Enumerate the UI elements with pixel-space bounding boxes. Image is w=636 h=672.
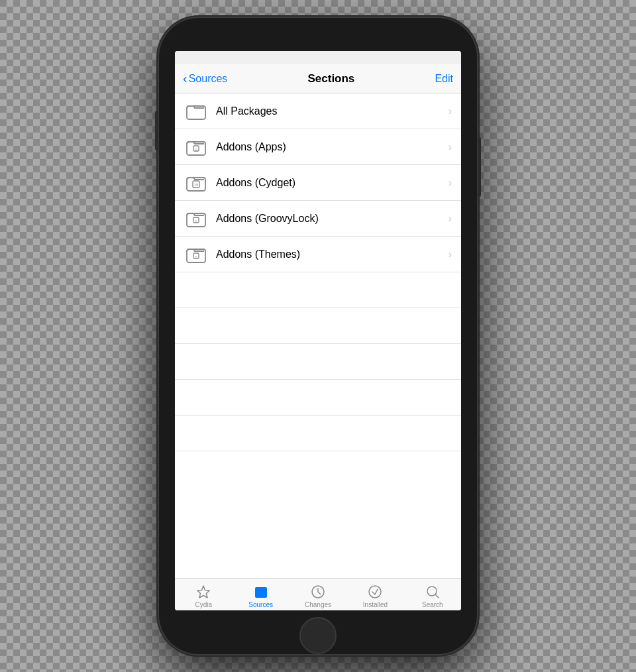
list-item[interactable]: 1 Addons (GroovyLock) ›	[175, 201, 461, 237]
empty-row	[175, 380, 461, 416]
installed-icon	[367, 584, 383, 600]
back-label: Sources	[189, 73, 228, 85]
addons-apps-icon: 1	[186, 137, 207, 158]
all-packages-icon	[186, 101, 207, 122]
item-label: Addons (Cydget)	[216, 177, 449, 189]
addons-themes-icon: 1	[186, 244, 207, 265]
back-chevron-icon: ‹	[183, 72, 187, 85]
chevron-right-icon: ›	[449, 141, 452, 153]
folder-icon: 1	[184, 207, 208, 231]
edit-button[interactable]: Edit	[435, 73, 453, 85]
status-bar	[175, 51, 461, 64]
screen: ‹ Sources Sections Edit All Packages ›	[175, 51, 461, 610]
chevron-right-icon: ›	[449, 105, 452, 117]
item-label: Addons (GroovyLock)	[216, 213, 449, 225]
tab-cydia[interactable]: Cydia	[175, 579, 232, 610]
list-item[interactable]: 1 Addons (Apps) ›	[175, 129, 461, 165]
empty-row	[175, 272, 461, 308]
svg-text:15: 15	[194, 183, 199, 187]
item-label: Addons (Themes)	[216, 249, 449, 260]
nav-bar: ‹ Sources Sections Edit	[175, 64, 461, 93]
item-label: All Packages	[216, 105, 449, 117]
folder-icon: 15	[184, 171, 208, 195]
item-label: Addons (Apps)	[216, 141, 449, 153]
sources-icon	[253, 584, 269, 600]
folder-icon	[184, 99, 208, 123]
folder-icon: 1	[184, 243, 208, 266]
svg-marker-13	[197, 586, 209, 598]
tab-sources-label: Sources	[248, 601, 273, 608]
list-container: All Packages › 1 Addons (Apps) ›	[175, 93, 461, 578]
tab-search-label: Search	[422, 601, 443, 608]
tab-cydia-label: Cydia	[195, 601, 212, 608]
phone-frame: ‹ Sources Sections Edit All Packages ›	[159, 18, 477, 654]
list-item[interactable]: 15 Addons (Cydget) ›	[175, 165, 461, 201]
back-button[interactable]: ‹ Sources	[183, 73, 227, 85]
svg-point-17	[369, 586, 381, 598]
cydia-star-icon	[195, 584, 211, 600]
chevron-right-icon: ›	[449, 213, 452, 225]
empty-row	[175, 308, 461, 344]
tab-changes-label: Changes	[305, 601, 331, 608]
chevron-right-icon: ›	[449, 177, 452, 189]
tab-search[interactable]: Search	[404, 579, 461, 610]
empty-row	[175, 416, 461, 451]
tab-bar: Cydia Sources Changes	[175, 578, 461, 610]
home-button[interactable]	[299, 617, 337, 654]
svg-rect-14	[255, 587, 267, 598]
svg-point-18	[427, 587, 437, 596]
addons-groovylock-icon: 1	[186, 208, 207, 229]
tab-sources[interactable]: Sources	[232, 579, 289, 610]
folder-icon: 1	[184, 135, 208, 159]
tab-installed[interactable]: Installed	[346, 579, 403, 610]
list-item[interactable]: 1 Addons (Themes) ›	[175, 237, 461, 272]
tab-installed-label: Installed	[363, 601, 388, 608]
list-item[interactable]: All Packages ›	[175, 93, 461, 129]
changes-clock-icon	[310, 584, 326, 600]
addons-cydget-icon: 15	[186, 172, 207, 194]
empty-row	[175, 344, 461, 380]
tab-changes[interactable]: Changes	[290, 579, 346, 610]
search-icon	[425, 584, 441, 600]
page-title: Sections	[307, 72, 354, 85]
chevron-right-icon: ›	[449, 249, 452, 260]
